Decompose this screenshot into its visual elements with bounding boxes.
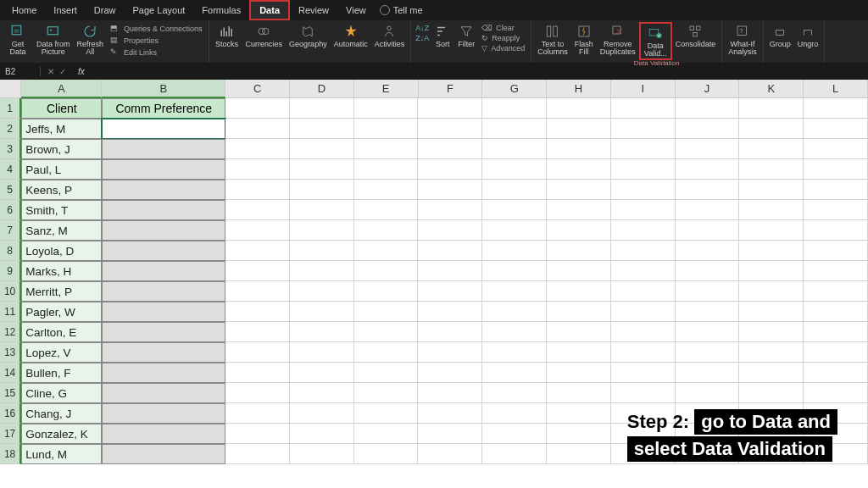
automatic-button[interactable]: Automatic	[331, 22, 371, 49]
select-all-corner[interactable]	[0, 80, 21, 98]
cell-E15[interactable]	[354, 383, 419, 403]
cell-K12[interactable]	[739, 322, 804, 342]
row-header-5[interactable]: 5	[0, 180, 21, 200]
cell-A17[interactable]: Gonzalez, K	[21, 424, 102, 444]
cell-K13[interactable]	[739, 342, 804, 363]
menu-page-layout[interactable]: Page Layout	[125, 2, 194, 19]
cell-G10[interactable]	[482, 281, 547, 302]
cell-J14[interactable]	[676, 363, 740, 383]
cell-K11[interactable]	[739, 302, 804, 322]
cell-L5[interactable]	[804, 180, 868, 200]
group-button[interactable]: Group	[766, 22, 794, 49]
row-header-7[interactable]: 7	[0, 220, 21, 241]
sort-asc-button[interactable]: A↓Z	[415, 24, 429, 32]
cell-J12[interactable]	[676, 322, 740, 342]
cell-C16[interactable]	[225, 403, 290, 424]
cell-C15[interactable]	[225, 383, 290, 403]
row-header-10[interactable]: 10	[0, 281, 21, 302]
row-header-3[interactable]: 3	[0, 139, 21, 159]
cell-D9[interactable]	[290, 261, 354, 281]
column-header-C[interactable]: C	[225, 80, 290, 98]
cell-G3[interactable]	[482, 139, 547, 159]
cell-F3[interactable]	[418, 139, 482, 159]
cell-B3[interactable]	[102, 139, 225, 159]
cell-F1[interactable]	[418, 98, 482, 119]
cell-L3[interactable]	[804, 139, 868, 159]
row-header-1[interactable]: 1	[0, 98, 21, 119]
cell-B12[interactable]	[102, 322, 225, 342]
cell-G11[interactable]	[482, 302, 547, 322]
cell-F13[interactable]	[418, 342, 482, 363]
cell-E18[interactable]	[354, 444, 419, 464]
cell-F7[interactable]	[418, 220, 482, 241]
cell-B11[interactable]	[102, 302, 225, 322]
cell-J9[interactable]	[676, 261, 740, 281]
row-header-14[interactable]: 14	[0, 363, 21, 383]
cell-A10[interactable]: Merritt, P	[21, 281, 102, 302]
cell-L9[interactable]	[804, 261, 868, 281]
cell-J15[interactable]	[676, 383, 740, 403]
cell-K15[interactable]	[739, 383, 804, 403]
cell-L4[interactable]	[804, 159, 868, 180]
row-header-9[interactable]: 9	[0, 261, 21, 281]
cell-E1[interactable]	[354, 98, 419, 119]
cell-I7[interactable]	[611, 220, 676, 241]
row-header-4[interactable]: 4	[0, 159, 21, 180]
menu-data[interactable]: Data	[249, 0, 290, 20]
cell-D17[interactable]	[290, 424, 354, 444]
cell-C7[interactable]	[225, 220, 290, 241]
cell-K5[interactable]	[739, 180, 804, 200]
cell-I15[interactable]	[611, 383, 676, 403]
cell-A16[interactable]: Chang, J	[21, 403, 102, 424]
cell-J6[interactable]	[676, 200, 740, 220]
cell-L13[interactable]	[804, 342, 868, 363]
column-header-B[interactable]: B	[102, 80, 225, 98]
cell-A11[interactable]: Pagler, W	[21, 302, 102, 322]
cell-K7[interactable]	[739, 220, 804, 241]
cell-A4[interactable]: Paul, L	[21, 159, 102, 180]
cell-D2[interactable]	[290, 119, 354, 139]
enter-formula-icon[interactable]: ✓	[59, 67, 66, 76]
cell-E4[interactable]	[354, 159, 419, 180]
cell-G4[interactable]	[482, 159, 547, 180]
column-header-G[interactable]: G	[482, 80, 547, 98]
cell-H13[interactable]	[547, 342, 611, 363]
cell-H1[interactable]	[547, 98, 611, 119]
remove-duplicates-button[interactable]: RemoveDuplicates	[597, 22, 639, 57]
cell-L15[interactable]	[804, 383, 868, 403]
text-to-columns-button[interactable]: Text toColumns	[534, 22, 571, 57]
menu-view[interactable]: View	[337, 2, 375, 19]
cell-B16[interactable]	[102, 403, 225, 424]
clear-filter-button[interactable]: ⌫Clear	[481, 24, 525, 32]
cell-D8[interactable]	[290, 241, 354, 261]
column-header-A[interactable]: A	[21, 80, 102, 98]
flash-fill-button[interactable]: FlashFill	[571, 22, 597, 57]
cell-C5[interactable]	[225, 180, 290, 200]
name-box[interactable]: B2	[0, 67, 41, 76]
cell-H16[interactable]	[547, 403, 611, 424]
cell-E17[interactable]	[354, 424, 419, 444]
cell-B7[interactable]	[102, 220, 225, 241]
advanced-filter-button[interactable]: ▽Advanced	[481, 44, 525, 53]
properties-button[interactable]: ▤Properties	[110, 36, 203, 46]
cell-F9[interactable]	[418, 261, 482, 281]
cell-C17[interactable]	[225, 424, 290, 444]
cell-I5[interactable]	[611, 180, 676, 200]
cell-G5[interactable]	[482, 180, 547, 200]
cell-C2[interactable]	[225, 119, 290, 139]
fx-icon[interactable]: fx	[73, 67, 90, 76]
cell-B2[interactable]	[102, 119, 225, 139]
cell-D3[interactable]	[290, 139, 354, 159]
menu-home[interactable]: Home	[3, 2, 45, 19]
column-header-F[interactable]: F	[419, 80, 483, 98]
cell-A2[interactable]: Jeffs, M	[21, 119, 102, 139]
edit-links-button[interactable]: ✎Edit Links	[110, 47, 203, 58]
cell-E5[interactable]	[354, 180, 419, 200]
cell-H7[interactable]	[547, 220, 611, 241]
cell-J3[interactable]	[676, 139, 740, 159]
what-if-button[interactable]: ? What-IfAnalysis	[725, 22, 760, 57]
cell-L6[interactable]	[804, 200, 868, 220]
stocks-button[interactable]: Stocks	[212, 22, 242, 49]
column-header-J[interactable]: J	[676, 80, 740, 98]
currencies-button[interactable]: Currencies	[242, 22, 287, 49]
